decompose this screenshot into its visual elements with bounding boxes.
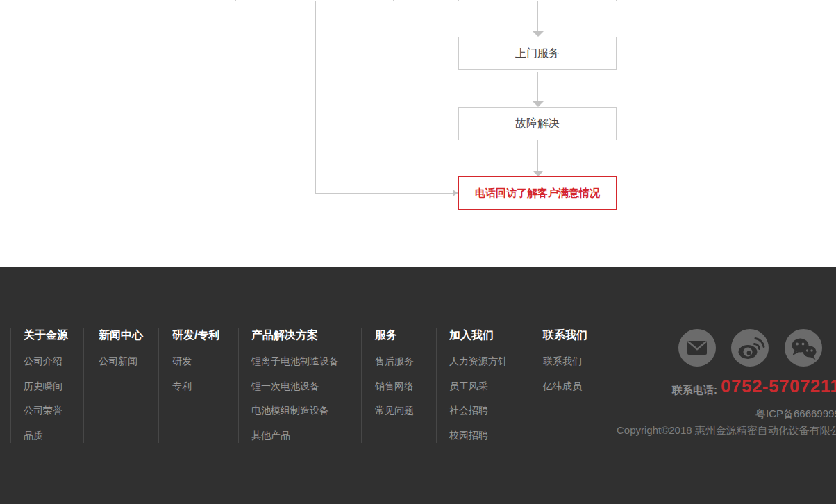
weibo-icon[interactable] xyxy=(731,329,769,367)
footer-col-join-us: 加入我们 人力资源方针 员工风采 社会招聘 校园招聘 xyxy=(449,324,508,448)
footer-col-title: 服务 xyxy=(375,324,414,346)
page: 上门服务 故障解决 电话回访了解客户满意情况 关于金源 公司介绍 历史瞬间 公司… xyxy=(0,0,836,504)
footer-link[interactable]: 电池模组制造设备 xyxy=(251,398,339,423)
footer-link[interactable]: 公司新闻 xyxy=(99,349,143,374)
footer-divider xyxy=(361,328,362,443)
footer-link[interactable]: 社会招聘 xyxy=(449,398,508,423)
footer-link[interactable]: 历史瞬间 xyxy=(24,374,68,399)
footer-link[interactable]: 公司荣誉 xyxy=(24,398,68,423)
footer-link[interactable]: 校园招聘 xyxy=(449,423,508,448)
footer-link[interactable]: 销售网络 xyxy=(375,374,414,399)
flow-connector-line xyxy=(315,1,316,193)
icp-record-text: 粤ICP备66669999号 xyxy=(755,408,836,419)
footer-col-about: 关于金源 公司介绍 历史瞬间 公司荣誉 品质 xyxy=(24,324,68,448)
flow-connector-line xyxy=(315,193,453,194)
footer-link[interactable]: 联系我们 xyxy=(543,349,587,374)
footer-divider xyxy=(10,328,11,443)
footer-col-solutions: 产品解决方案 锂离子电池制造设备 锂一次电池设备 电池模组制造设备 其他产品 xyxy=(251,324,339,448)
footer: 关于金源 公司介绍 历史瞬间 公司荣誉 品质 新闻中心 公司新闻 研发/专利 研… xyxy=(0,267,836,504)
flow-node-onsite-service: 上门服务 xyxy=(458,37,617,70)
wechat-icon[interactable] xyxy=(785,329,822,367)
footer-link[interactable]: 员工风采 xyxy=(449,374,508,399)
email-icon[interactable] xyxy=(678,329,716,367)
footer-link[interactable]: 人力资源方针 xyxy=(449,349,508,374)
footer-col-title: 产品解决方案 xyxy=(251,324,339,346)
footer-col-rd-patent: 研发/专利 研发 专利 xyxy=(172,324,219,398)
arrow-down-icon xyxy=(533,171,544,176)
footer-col-title: 关于金源 xyxy=(24,324,68,346)
contact-phone-label: 联系电话: xyxy=(672,385,717,396)
footer-link[interactable]: 亿纬成员 xyxy=(543,374,587,399)
footer-link[interactable]: 售后服务 xyxy=(375,349,414,374)
footer-col-title: 联系我们 xyxy=(543,324,587,346)
footer-link[interactable]: 常见问题 xyxy=(375,398,414,423)
flow-connector-line xyxy=(537,72,538,101)
footer-col-title: 新闻中心 xyxy=(99,324,143,346)
footer-link[interactable]: 其他产品 xyxy=(251,423,339,448)
footer-divider xyxy=(436,328,437,443)
flow-node-callback: 电话回访了解客户满意情况 xyxy=(458,176,617,210)
flow-node-label: 故障解决 xyxy=(515,117,560,131)
footer-divider xyxy=(158,328,159,443)
footer-divider xyxy=(238,328,239,443)
footer-link[interactable]: 锂离子电池制造设备 xyxy=(251,349,339,374)
footer-col-service: 服务 售后服务 销售网络 常见问题 xyxy=(375,324,414,423)
footer-link[interactable]: 品质 xyxy=(24,423,68,448)
contact-phone-number: 0752-5707211 xyxy=(721,377,836,395)
flow-box-top-left xyxy=(235,0,394,1)
footer-divider xyxy=(83,328,84,443)
copyright-text: Copyright©2018 惠州金源精密自动化设备有限公司 xyxy=(617,424,836,436)
arrow-right-icon xyxy=(453,190,458,196)
footer-col-title: 加入我们 xyxy=(449,324,508,346)
footer-link[interactable]: 公司介绍 xyxy=(24,349,68,374)
arrow-down-icon xyxy=(533,101,544,107)
footer-col-contact: 联系我们 联系我们 亿纬成员 xyxy=(543,324,587,398)
flow-connector-line xyxy=(537,140,538,171)
flow-connector-line xyxy=(537,1,538,31)
footer-link[interactable]: 专利 xyxy=(172,374,219,399)
footer-col-news: 新闻中心 公司新闻 xyxy=(99,324,143,374)
flow-node-label: 电话回访了解客户满意情况 xyxy=(475,187,600,200)
footer-link[interactable]: 研发 xyxy=(172,349,219,374)
arrow-down-icon xyxy=(533,31,544,37)
footer-col-title: 研发/专利 xyxy=(172,324,219,346)
footer-link[interactable]: 锂一次电池设备 xyxy=(251,374,339,399)
footer-divider xyxy=(530,328,530,443)
flow-node-label: 上门服务 xyxy=(515,47,560,61)
flow-node-fault-resolution: 故障解决 xyxy=(458,107,617,140)
